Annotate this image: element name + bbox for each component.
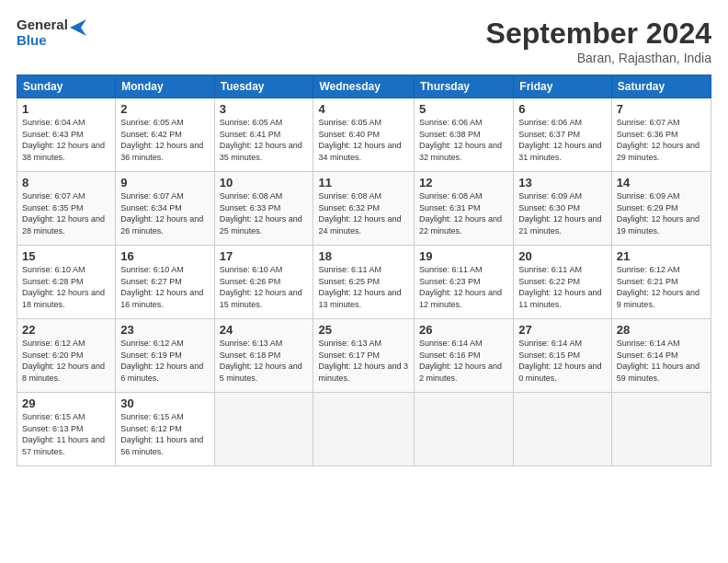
weekday-header: Monday — [116, 75, 214, 98]
day-number: 14 — [617, 176, 706, 190]
day-number: 28 — [617, 323, 706, 337]
day-number: 7 — [617, 102, 706, 116]
day-number: 25 — [318, 323, 409, 337]
day-info: Sunrise: 6:13 AM Sunset: 6:18 PM Dayligh… — [220, 338, 309, 384]
day-number: 20 — [518, 249, 607, 263]
day-info: Sunrise: 6:11 AM Sunset: 6:22 PM Dayligh… — [518, 264, 607, 310]
calendar-day-cell: 30 Sunrise: 6:15 AM Sunset: 6:12 PM Dayl… — [116, 393, 214, 466]
day-info: Sunrise: 6:15 AM Sunset: 6:12 PM Dayligh… — [120, 411, 209, 457]
calendar-day-cell: 24 Sunrise: 6:13 AM Sunset: 6:18 PM Dayl… — [214, 319, 313, 393]
day-info: Sunrise: 6:11 AM Sunset: 6:25 PM Dayligh… — [318, 264, 409, 310]
calendar-week-row: 29 Sunrise: 6:15 AM Sunset: 6:13 PM Dayl… — [17, 393, 711, 466]
day-info: Sunrise: 6:14 AM Sunset: 6:14 PM Dayligh… — [617, 338, 706, 384]
day-info: Sunrise: 6:13 AM Sunset: 6:17 PM Dayligh… — [318, 338, 409, 384]
calendar-day-cell — [214, 393, 313, 466]
day-number: 5 — [419, 102, 508, 116]
calendar-day-cell — [313, 393, 415, 466]
day-info: Sunrise: 6:12 AM Sunset: 6:21 PM Dayligh… — [617, 264, 706, 310]
calendar-day-cell: 6 Sunrise: 6:06 AM Sunset: 6:37 PM Dayli… — [514, 98, 612, 172]
day-info: Sunrise: 6:06 AM Sunset: 6:37 PM Dayligh… — [518, 117, 607, 163]
day-info: Sunrise: 6:04 AM Sunset: 6:43 PM Dayligh… — [22, 117, 110, 163]
calendar-day-cell: 27 Sunrise: 6:14 AM Sunset: 6:15 PM Dayl… — [514, 319, 612, 393]
weekday-header: Saturday — [611, 75, 711, 98]
day-number: 17 — [220, 249, 309, 263]
day-info: Sunrise: 6:05 AM Sunset: 6:40 PM Dayligh… — [318, 117, 409, 163]
calendar-day-cell: 22 Sunrise: 6:12 AM Sunset: 6:20 PM Dayl… — [17, 319, 116, 393]
calendar-day-cell: 15 Sunrise: 6:10 AM Sunset: 6:28 PM Dayl… — [17, 246, 116, 319]
svg-marker-0 — [70, 19, 86, 36]
day-number: 22 — [22, 323, 110, 337]
day-info: Sunrise: 6:05 AM Sunset: 6:41 PM Dayligh… — [220, 117, 309, 163]
day-info: Sunrise: 6:15 AM Sunset: 6:13 PM Dayligh… — [22, 411, 110, 457]
day-info: Sunrise: 6:08 AM Sunset: 6:31 PM Dayligh… — [419, 190, 508, 236]
day-info: Sunrise: 6:11 AM Sunset: 6:23 PM Dayligh… — [419, 264, 508, 310]
day-number: 27 — [518, 323, 607, 337]
calendar-day-cell: 26 Sunrise: 6:14 AM Sunset: 6:16 PM Dayl… — [415, 319, 514, 393]
day-info: Sunrise: 6:12 AM Sunset: 6:20 PM Dayligh… — [22, 338, 110, 384]
day-info: Sunrise: 6:10 AM Sunset: 6:27 PM Dayligh… — [120, 264, 209, 310]
weekday-header: Tuesday — [214, 75, 313, 98]
calendar-day-cell: 4 Sunrise: 6:05 AM Sunset: 6:40 PM Dayli… — [313, 98, 415, 172]
day-number: 18 — [318, 249, 409, 263]
day-number: 21 — [617, 249, 706, 263]
day-info: Sunrise: 6:06 AM Sunset: 6:38 PM Dayligh… — [419, 117, 508, 163]
calendar-day-cell: 13 Sunrise: 6:09 AM Sunset: 6:30 PM Dayl… — [514, 172, 612, 246]
weekday-header: Wednesday — [313, 75, 415, 98]
day-info: Sunrise: 6:09 AM Sunset: 6:29 PM Dayligh… — [617, 190, 706, 236]
day-number: 6 — [518, 102, 607, 116]
calendar-day-cell — [611, 393, 711, 466]
calendar-day-cell: 1 Sunrise: 6:04 AM Sunset: 6:43 PM Dayli… — [17, 98, 116, 172]
day-info: Sunrise: 6:07 AM Sunset: 6:36 PM Dayligh… — [617, 117, 706, 163]
day-info: Sunrise: 6:08 AM Sunset: 6:32 PM Dayligh… — [318, 190, 409, 236]
logo-display: General Blue — [17, 17, 86, 49]
calendar-day-cell: 14 Sunrise: 6:09 AM Sunset: 6:29 PM Dayl… — [611, 172, 711, 246]
calendar-day-cell: 10 Sunrise: 6:08 AM Sunset: 6:33 PM Dayl… — [214, 172, 313, 246]
calendar-day-cell: 20 Sunrise: 6:11 AM Sunset: 6:22 PM Dayl… — [514, 246, 612, 319]
calendar-page: General Blue September 2024 Baran, Rajas… — [0, 0, 728, 563]
calendar-day-cell: 2 Sunrise: 6:05 AM Sunset: 6:42 PM Dayli… — [116, 98, 214, 172]
calendar-day-cell: 5 Sunrise: 6:06 AM Sunset: 6:38 PM Dayli… — [415, 98, 514, 172]
calendar-week-row: 1 Sunrise: 6:04 AM Sunset: 6:43 PM Dayli… — [17, 98, 711, 172]
month-title: September 2024 — [486, 17, 711, 51]
day-info: Sunrise: 6:07 AM Sunset: 6:34 PM Dayligh… — [120, 190, 209, 236]
calendar-day-cell: 18 Sunrise: 6:11 AM Sunset: 6:25 PM Dayl… — [313, 246, 415, 319]
calendar-week-row: 15 Sunrise: 6:10 AM Sunset: 6:28 PM Dayl… — [17, 246, 711, 319]
weekday-header: Thursday — [415, 75, 514, 98]
day-number: 2 — [120, 102, 209, 116]
day-number: 29 — [22, 396, 110, 410]
day-number: 9 — [120, 176, 209, 190]
day-number: 1 — [22, 102, 110, 116]
day-number: 15 — [22, 249, 110, 263]
day-info: Sunrise: 6:09 AM Sunset: 6:30 PM Dayligh… — [518, 190, 607, 236]
day-number: 3 — [220, 102, 309, 116]
weekday-header-row: SundayMondayTuesdayWednesdayThursdayFrid… — [17, 75, 711, 98]
location: Baran, Rajasthan, India — [486, 51, 711, 65]
day-info: Sunrise: 6:10 AM Sunset: 6:28 PM Dayligh… — [22, 264, 110, 310]
logo: General Blue — [17, 17, 86, 49]
calendar-day-cell: 16 Sunrise: 6:10 AM Sunset: 6:27 PM Dayl… — [116, 246, 214, 319]
calendar-day-cell: 3 Sunrise: 6:05 AM Sunset: 6:41 PM Dayli… — [214, 98, 313, 172]
day-number: 8 — [22, 176, 110, 190]
calendar-day-cell — [415, 393, 514, 466]
day-info: Sunrise: 6:14 AM Sunset: 6:15 PM Dayligh… — [518, 338, 607, 384]
day-number: 13 — [518, 176, 607, 190]
calendar-day-cell: 28 Sunrise: 6:14 AM Sunset: 6:14 PM Dayl… — [611, 319, 711, 393]
day-info: Sunrise: 6:08 AM Sunset: 6:33 PM Dayligh… — [220, 190, 309, 236]
logo-arrow-icon — [70, 19, 86, 36]
day-number: 12 — [419, 176, 508, 190]
weekday-header: Sunday — [17, 75, 116, 98]
day-number: 4 — [318, 102, 409, 116]
calendar-day-cell: 21 Sunrise: 6:12 AM Sunset: 6:21 PM Dayl… — [611, 246, 711, 319]
calendar-day-cell: 9 Sunrise: 6:07 AM Sunset: 6:34 PM Dayli… — [116, 172, 214, 246]
calendar-day-cell: 25 Sunrise: 6:13 AM Sunset: 6:17 PM Dayl… — [313, 319, 415, 393]
day-number: 16 — [120, 249, 209, 263]
calendar-day-cell: 19 Sunrise: 6:11 AM Sunset: 6:23 PM Dayl… — [415, 246, 514, 319]
calendar-day-cell: 29 Sunrise: 6:15 AM Sunset: 6:13 PM Dayl… — [17, 393, 116, 466]
calendar-week-row: 22 Sunrise: 6:12 AM Sunset: 6:20 PM Dayl… — [17, 319, 711, 393]
calendar-day-cell: 8 Sunrise: 6:07 AM Sunset: 6:35 PM Dayli… — [17, 172, 116, 246]
calendar-day-cell: 17 Sunrise: 6:10 AM Sunset: 6:26 PM Dayl… — [214, 246, 313, 319]
weekday-header: Friday — [514, 75, 612, 98]
day-info: Sunrise: 6:12 AM Sunset: 6:19 PM Dayligh… — [120, 338, 209, 384]
day-number: 23 — [120, 323, 209, 337]
day-number: 26 — [419, 323, 508, 337]
